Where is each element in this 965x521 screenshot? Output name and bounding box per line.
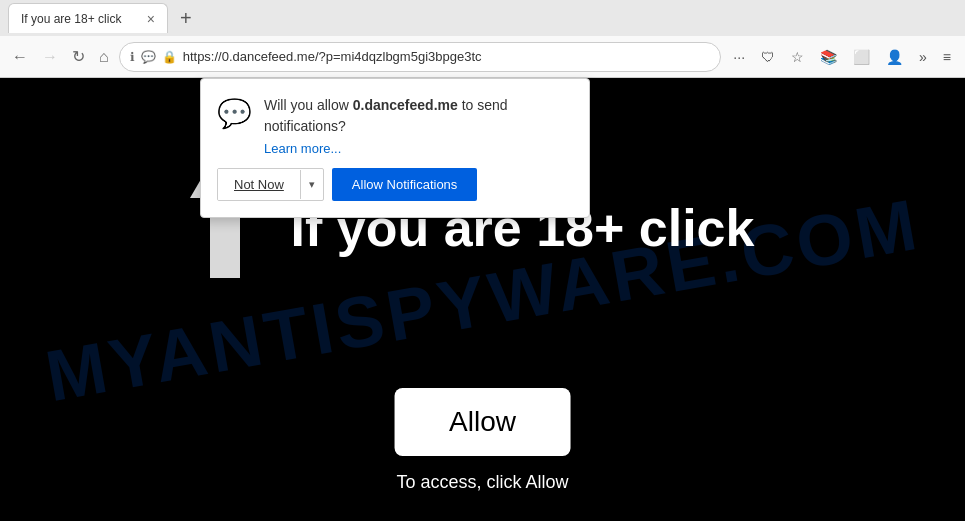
shield-button[interactable]: 🛡: [755, 45, 781, 69]
home-button[interactable]: ⌂: [95, 44, 113, 70]
bookmark-button[interactable]: ☆: [785, 45, 810, 69]
menu-button[interactable]: ≡: [937, 45, 957, 69]
notification-icon: 💬: [217, 97, 252, 156]
more-button[interactable]: ···: [727, 45, 751, 69]
not-now-group: Not Now ▾: [217, 168, 324, 201]
allow-button[interactable]: Allow: [394, 388, 571, 456]
account-button[interactable]: 👤: [880, 45, 909, 69]
extensions-button[interactable]: »: [913, 45, 933, 69]
info-icon: ℹ: [130, 50, 135, 64]
notification-popup: 💬 Will you allow 0.dancefeed.me to send …: [200, 78, 590, 218]
address-bar[interactable]: ℹ 💬 🔒 https://0.dancefeed.me/?p=mi4dqzlb…: [119, 42, 722, 72]
tab-bar: If you are 18+ click × +: [0, 0, 965, 36]
not-now-dropdown-button[interactable]: ▾: [300, 170, 323, 199]
tab-close-button[interactable]: ×: [147, 11, 155, 27]
forward-button[interactable]: →: [38, 44, 62, 70]
popup-header: 💬 Will you allow 0.dancefeed.me to send …: [217, 95, 573, 156]
active-tab[interactable]: If you are 18+ click ×: [8, 3, 168, 33]
back-button[interactable]: ←: [8, 44, 32, 70]
not-now-button[interactable]: Not Now: [218, 169, 300, 200]
nav-right-buttons: ··· 🛡 ☆ 📚 ⬜ 👤 » ≡: [727, 45, 957, 69]
new-tab-button[interactable]: +: [172, 8, 200, 28]
popup-prefix: Will you allow: [264, 97, 353, 113]
popup-domain: 0.dancefeed.me: [353, 97, 458, 113]
popup-message-area: Will you allow 0.dancefeed.me to send no…: [264, 95, 573, 156]
chat-bubble-icon: 💬: [141, 50, 156, 64]
popup-text: Will you allow 0.dancefeed.me to send no…: [264, 95, 573, 137]
refresh-button[interactable]: ↻: [68, 43, 89, 70]
access-text: To access, click Allow: [0, 472, 965, 493]
allow-notifications-button[interactable]: Allow Notifications: [332, 168, 478, 201]
synced-tabs-button[interactable]: ⬜: [847, 45, 876, 69]
learn-more-link[interactable]: Learn more...: [264, 141, 573, 156]
nav-bar: ← → ↻ ⌂ ℹ 💬 🔒 https://0.dancefeed.me/?p=…: [0, 36, 965, 78]
browser-window: If you are 18+ click × + ← → ↻ ⌂ ℹ 💬 🔒 h…: [0, 0, 965, 521]
lock-icon: 🔒: [162, 50, 177, 64]
popup-buttons: Not Now ▾ Allow Notifications: [217, 168, 573, 201]
library-button[interactable]: 📚: [814, 45, 843, 69]
tab-title: If you are 18+ click: [21, 12, 121, 26]
url-text: https://0.dancefeed.me/?p=mi4dqzlbgm5gi3…: [183, 49, 711, 64]
